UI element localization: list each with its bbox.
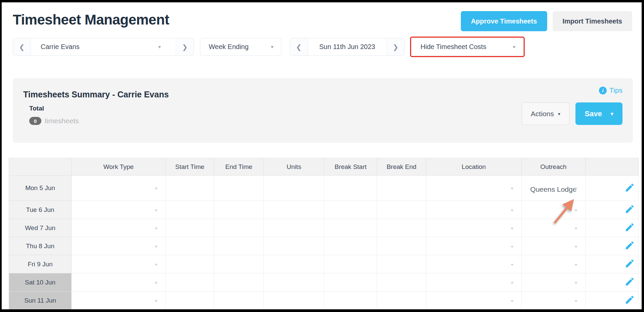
edit-cell xyxy=(586,255,639,273)
chevron-down-icon: ▼ xyxy=(510,208,514,212)
start-time-cell[interactable] xyxy=(166,237,214,255)
timesheet-costs-dropdown[interactable]: Hide Timesheet Costs ▼ xyxy=(411,38,523,56)
edit-pencil-icon[interactable] xyxy=(625,295,635,305)
prev-week-button[interactable]: ❮ xyxy=(290,38,308,55)
outreach-select[interactable]: Queens Lodge ▼ xyxy=(522,176,586,201)
start-time-cell[interactable] xyxy=(166,219,214,237)
units-cell[interactable] xyxy=(264,219,324,237)
edit-pencil-icon[interactable] xyxy=(625,276,635,287)
day-label: Thu 8 Jun xyxy=(9,237,72,255)
outreach-select[interactable]: ▼ xyxy=(522,292,586,310)
tips-link[interactable]: i Tips xyxy=(599,86,622,94)
save-dropdown-caret-icon[interactable]: ▾ xyxy=(611,111,613,117)
break-start-cell[interactable] xyxy=(324,176,377,201)
units-cell[interactable] xyxy=(264,255,324,273)
work-type-select[interactable]: ▼ xyxy=(72,237,166,255)
start-time-cell[interactable] xyxy=(166,273,214,292)
outreach-select[interactable]: ▼ xyxy=(522,255,586,273)
next-week-button[interactable]: ❯ xyxy=(387,38,404,55)
chevron-down-icon: ▼ xyxy=(574,208,578,212)
chevron-down-icon: ▼ xyxy=(154,186,158,190)
save-button[interactable]: Save ▾ xyxy=(575,102,622,125)
break-start-cell[interactable] xyxy=(324,255,377,273)
location-select[interactable]: ▼ xyxy=(426,255,522,273)
location-select[interactable]: ▼ xyxy=(426,176,522,201)
break-start-cell[interactable] xyxy=(324,201,377,219)
chevron-down-icon: ▼ xyxy=(270,45,275,49)
edit-pencil-icon[interactable] xyxy=(625,222,635,232)
edit-cell xyxy=(586,237,639,255)
break-end-cell[interactable] xyxy=(377,237,426,255)
work-type-select[interactable]: ▼ xyxy=(72,201,166,219)
day-label: Fri 9 Jun xyxy=(9,255,72,273)
edit-pencil-icon[interactable] xyxy=(625,182,635,193)
break-end-cell[interactable] xyxy=(377,219,426,237)
work-type-select[interactable]: ▼ xyxy=(72,292,166,310)
work-type-select[interactable]: ▼ xyxy=(72,219,166,237)
week-ending-dropdown[interactable]: Week Ending ▼ xyxy=(200,38,281,56)
location-select[interactable]: ▼ xyxy=(426,201,522,219)
start-time-cell[interactable] xyxy=(166,292,214,310)
chevron-down-icon: ▼ xyxy=(574,299,578,303)
outreach-select[interactable]: ▼ xyxy=(522,237,586,255)
edit-cell xyxy=(586,292,639,310)
units-cell[interactable] xyxy=(264,292,324,310)
start-time-cell[interactable] xyxy=(166,176,214,201)
units-cell[interactable] xyxy=(264,201,324,219)
end-time-cell[interactable] xyxy=(214,176,264,201)
top-buttons: Approve Timesheets Import Timesheets xyxy=(461,11,632,31)
end-time-cell[interactable] xyxy=(214,237,264,255)
panel-buttons: Actions ▾ Save ▾ xyxy=(522,102,622,125)
next-employee-button[interactable]: ❯ xyxy=(176,38,194,55)
chevron-down-icon: ▼ xyxy=(154,244,158,248)
table-row: Mon 5 Jun ▼ ▼ Queens Lodge ▼ xyxy=(9,176,639,201)
location-select[interactable]: ▼ xyxy=(426,219,522,237)
start-time-cell[interactable] xyxy=(166,255,214,273)
units-cell[interactable] xyxy=(264,176,324,201)
break-start-cell[interactable] xyxy=(324,237,377,255)
break-end-cell[interactable] xyxy=(377,273,426,292)
approve-timesheets-button[interactable]: Approve Timesheets xyxy=(461,11,547,31)
prev-employee-button[interactable]: ❮ xyxy=(13,38,31,55)
outreach-select[interactable]: ▼ xyxy=(522,273,586,292)
employee-dropdown[interactable]: Carrie Evans ▼ xyxy=(31,38,176,55)
end-time-cell[interactable] xyxy=(214,273,264,292)
summary-title: Timesheets Summary - Carrie Evans xyxy=(23,90,633,99)
break-start-cell[interactable] xyxy=(324,219,377,237)
chevron-down-icon: ▼ xyxy=(574,244,578,248)
week-date-field[interactable]: Sun 11th Jun 2023 xyxy=(308,38,387,55)
end-time-cell[interactable] xyxy=(214,219,264,237)
end-time-cell[interactable] xyxy=(214,255,264,273)
outreach-select[interactable]: ▼ xyxy=(522,201,586,219)
break-end-cell[interactable] xyxy=(377,292,426,310)
location-select[interactable]: ▼ xyxy=(426,292,522,310)
header-break-start: Break Start xyxy=(324,158,377,176)
import-timesheets-button[interactable]: Import Timesheets xyxy=(553,11,632,31)
break-start-cell[interactable] xyxy=(324,292,377,310)
edit-pencil-icon[interactable] xyxy=(625,258,635,269)
header-break-end: Break End xyxy=(377,158,426,176)
outreach-select[interactable]: ▼ xyxy=(522,219,586,237)
actions-button[interactable]: Actions ▾ xyxy=(522,102,569,125)
location-select[interactable]: ▼ xyxy=(426,237,522,255)
units-cell[interactable] xyxy=(264,237,324,255)
break-end-cell[interactable] xyxy=(377,201,426,219)
work-type-select[interactable]: ▼ xyxy=(72,255,166,273)
edit-pencil-icon[interactable] xyxy=(625,240,635,251)
work-type-select[interactable]: ▼ xyxy=(72,176,166,201)
end-time-cell[interactable] xyxy=(214,292,264,310)
chevron-right-icon: ❯ xyxy=(182,43,188,51)
edit-cell xyxy=(586,219,639,237)
units-cell[interactable] xyxy=(264,273,324,292)
header-work-type: Work Type xyxy=(72,158,166,176)
edit-pencil-icon[interactable] xyxy=(625,204,635,214)
work-type-select[interactable]: ▼ xyxy=(72,273,166,292)
table-row: Thu 8 Jun ▼ ▼ ▼ xyxy=(9,237,639,255)
end-time-cell[interactable] xyxy=(214,201,264,219)
start-time-cell[interactable] xyxy=(166,201,214,219)
break-end-cell[interactable] xyxy=(377,255,426,273)
header-end-time: End Time xyxy=(214,158,264,176)
location-select[interactable]: ▼ xyxy=(426,273,522,292)
break-end-cell[interactable] xyxy=(377,176,426,201)
break-start-cell[interactable] xyxy=(324,273,377,292)
